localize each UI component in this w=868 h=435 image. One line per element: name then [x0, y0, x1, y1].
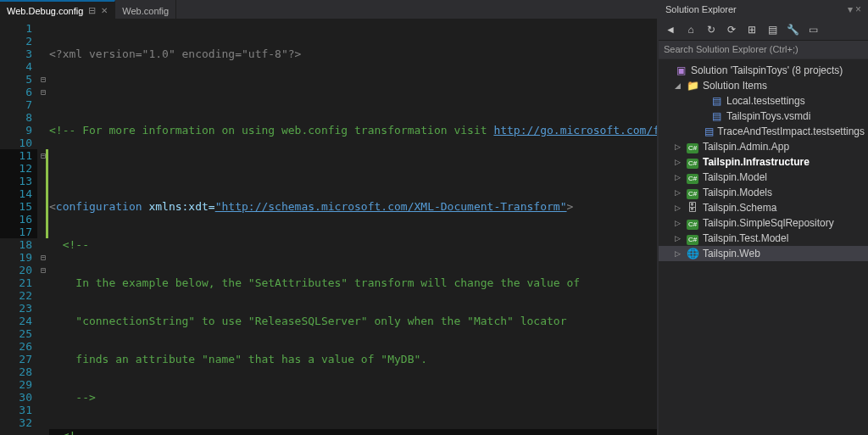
- code-editor[interactable]: 1234 5678 9101112 13141516 17181920 2122…: [0, 19, 657, 435]
- solution-explorer-search[interactable]: Search Solution Explorer (Ctrl+;): [659, 41, 868, 59]
- project-simplesql[interactable]: ▷C# Tailspin.SimpleSqlRepository: [659, 215, 868, 231]
- file-icon: ▤: [709, 110, 723, 122]
- database-project-icon: 🗄: [686, 202, 699, 214]
- file-icon: ▤: [704, 125, 714, 137]
- refresh-icon[interactable]: ⟳: [725, 24, 738, 36]
- folder-solution-items[interactable]: ◢📁 Solution Items: [659, 78, 868, 93]
- editor-panel: Web.Debug.config ⊟ ✕ Web.config 1234 567…: [0, 0, 658, 435]
- change-marker: [46, 149, 48, 238]
- web-project-icon: 🌐: [686, 248, 699, 259]
- project-web[interactable]: ▷🌐 Tailspin.Web: [659, 246, 868, 261]
- project-models[interactable]: ▷C# Tailspin.Models: [659, 185, 868, 200]
- pin-icon[interactable]: ⊟: [88, 5, 96, 16]
- sync-icon[interactable]: ↻: [704, 24, 718, 36]
- csharp-project-icon: C#: [686, 232, 699, 245]
- project-schema[interactable]: ▷🗄 Tailspin.Schema: [659, 200, 868, 215]
- search-placeholder: Search Solution Explorer (Ctrl+;): [664, 44, 798, 54]
- file-trace-testsettings[interactable]: ▤ TraceAndTestImpact.testsettings: [659, 124, 868, 139]
- solution-tree[interactable]: ▣ Solution 'TailspinToys' (8 projects) ◢…: [659, 59, 868, 435]
- panel-title: Solution Explorer: [665, 4, 737, 14]
- folder-icon: 📁: [686, 80, 699, 92]
- csharp-project-icon: C#: [686, 156, 699, 169]
- csharp-project-icon: C#: [686, 171, 699, 184]
- project-admin-app[interactable]: ▷C# Tailspin.Admin.App: [659, 139, 868, 154]
- preview-icon[interactable]: ▭: [806, 24, 820, 36]
- project-model[interactable]: ▷C# Tailspin.Model: [659, 170, 868, 185]
- tab-label: Web.Debug.config: [7, 6, 83, 16]
- project-infrastructure[interactable]: ▷C# Tailspin.Infrastructure: [659, 154, 868, 170]
- solution-explorer-toolbar: ◄ ⌂ ↻ ⟳ ⊞ ▤ 🔧 ▭: [659, 19, 868, 41]
- solution-explorer-panel: Solution Explorer ▾ × ◄ ⌂ ↻ ⟳ ⊞ ▤ 🔧 ▭ Se…: [658, 0, 868, 435]
- home-icon[interactable]: ⌂: [684, 24, 698, 36]
- line-number-gutter: 1234 5678 9101112 13141516 17181920 2122…: [0, 19, 37, 435]
- file-icon: ▤: [709, 95, 723, 107]
- panel-menu-icon[interactable]: ▾ ×: [848, 3, 861, 15]
- collapse-icon[interactable]: ⊞: [745, 24, 759, 36]
- file-local-testsettings[interactable]: ▤ Local.testsettings: [659, 93, 868, 109]
- close-icon[interactable]: ✕: [101, 6, 108, 15]
- showall-icon[interactable]: ▤: [765, 24, 779, 36]
- tab-web-debug-config[interactable]: Web.Debug.config ⊟ ✕: [0, 0, 115, 19]
- csharp-project-icon: C#: [686, 217, 699, 230]
- csharp-project-icon: C#: [686, 187, 699, 199]
- solution-icon: ▣: [674, 64, 687, 76]
- tab-label: Web.config: [122, 6, 169, 16]
- file-vsmdi[interactable]: ▤ TailspinToys.vsmdi: [659, 109, 868, 124]
- tab-bar: Web.Debug.config ⊟ ✕ Web.config: [0, 0, 657, 19]
- csharp-project-icon: C#: [686, 141, 699, 153]
- back-icon[interactable]: ◄: [664, 24, 677, 36]
- properties-icon[interactable]: 🔧: [786, 24, 799, 36]
- project-test-model[interactable]: ▷C# Tailspin.Test.Model: [659, 231, 868, 246]
- solution-explorer-header: Solution Explorer ▾ ×: [659, 0, 868, 19]
- solution-node[interactable]: ▣ Solution 'TailspinToys' (8 projects): [659, 63, 868, 78]
- tab-web-config[interactable]: Web.config: [115, 0, 176, 19]
- code-content[interactable]: <?xml version="1.0" encoding="utf-8"?> <…: [49, 19, 657, 435]
